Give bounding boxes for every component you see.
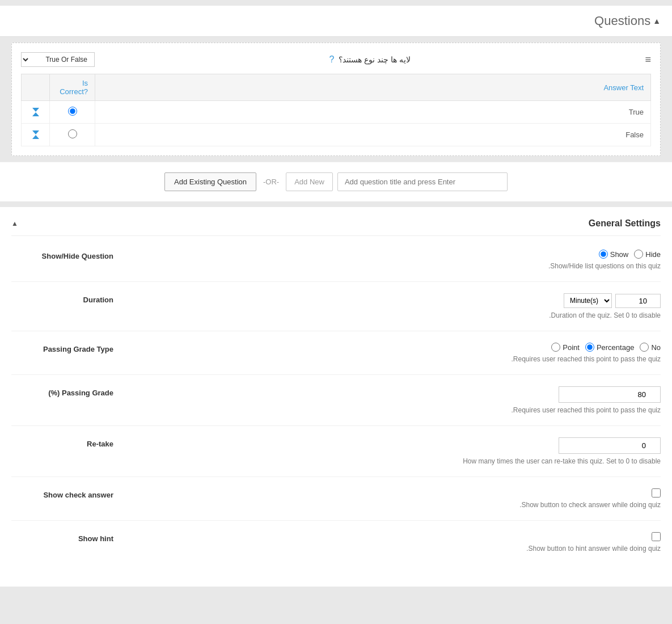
col-answer-header: Answer Text	[95, 74, 651, 101]
duration-input-row: Minute(s) Hour(s)	[564, 293, 661, 308]
no-option[interactable]: No	[640, 343, 661, 352]
show-check-answer-row: Show check answer Show button to check a…	[11, 488, 661, 521]
duration-value-input[interactable]	[615, 294, 661, 308]
passing-grade-row: (%) Passing Grade Requires user reached …	[11, 386, 661, 426]
hide-option[interactable]: Hide	[634, 250, 661, 259]
point-option[interactable]: Point	[551, 343, 580, 352]
percentage-label: Percentage	[597, 343, 635, 352]
question-title-input[interactable]	[337, 172, 508, 191]
row2-actions	[22, 124, 50, 146]
duration-row: Duration Minute(s) Hour(s) Duration of t…	[11, 293, 661, 331]
show-hide-radio-group: Hide Show	[599, 250, 661, 259]
title-arrow-icon: ▲	[653, 16, 661, 26]
percentage-option[interactable]: Percentage	[585, 343, 635, 352]
questions-title-text: Questions	[594, 14, 650, 28]
question-text: لایه ها چند نوع هستند؟	[339, 55, 411, 64]
table-row: True	[22, 101, 651, 124]
answer-table: Is Correct? Answer Text True	[21, 74, 651, 146]
show-check-answer-checkbox[interactable]	[652, 488, 661, 497]
retake-row: Re-take How many times the user can re-t…	[11, 437, 661, 477]
passing-grade-label: (%) Passing Grade	[11, 386, 113, 397]
hide-label: Hide	[645, 250, 661, 259]
show-check-answer-description: Show button to check answer while doing …	[519, 501, 661, 509]
retake-input[interactable]	[559, 437, 661, 454]
table-row: False	[22, 124, 651, 146]
question-card: ≡ لایه ها چند نوع هستند؟ ? True Or False…	[11, 43, 661, 156]
no-label: No	[651, 343, 661, 352]
arrow-down-1[interactable]	[32, 108, 39, 112]
help-icon[interactable]: ?	[329, 54, 335, 65]
passing-grade-type-controls: No Percentage Point Requires user reache…	[113, 343, 661, 363]
show-hide-description: Show/Hide list questions on this quiz.	[548, 262, 661, 270]
or-separator: -OR-	[261, 178, 281, 186]
col-actions-header	[22, 74, 50, 101]
collapse-arrow-icon[interactable]: ▲	[11, 220, 18, 227]
duration-controls: Minute(s) Hour(s) Duration of the quiz. …	[113, 293, 661, 319]
show-hide-label: Show/Hide Question	[11, 250, 113, 260]
settings-title: General Settings	[589, 218, 661, 229]
questions-header: Questions ▲	[0, 6, 672, 37]
passing-grade-description: Requires user reached this point to pass…	[512, 406, 661, 414]
radio-percentage[interactable]	[585, 343, 594, 352]
show-hide-controls: Hide Show Show/Hide list questions on th…	[113, 250, 661, 270]
duration-description: Duration of the quiz. Set 0 to disable.	[549, 311, 661, 319]
row1-text: True	[95, 101, 651, 124]
show-hint-controls: Show button to hint answer while doing q…	[113, 532, 661, 553]
show-check-answer-label: Show check answer	[11, 488, 113, 499]
arrow-down-2[interactable]	[32, 130, 39, 134]
show-hint-row: Show hint Show button to hint answer whi…	[11, 532, 661, 564]
duration-unit-select[interactable]: Minute(s) Hour(s)	[564, 293, 612, 308]
show-hint-checkbox[interactable]	[652, 532, 661, 541]
add-question-bar: Add Existing Question -OR- Add New	[0, 162, 672, 201]
passing-grade-type-radio-group: No Percentage Point	[551, 343, 661, 352]
arrow-up-1[interactable]	[32, 112, 39, 116]
show-option[interactable]: Show	[599, 250, 629, 259]
radio-show[interactable]	[599, 250, 608, 259]
move-arrows-2	[28, 130, 43, 139]
row2-correct	[50, 124, 95, 146]
passing-grade-controls: Requires user reached this point to pass…	[113, 386, 661, 414]
show-label: Show	[610, 250, 629, 259]
move-arrows-1	[28, 108, 43, 116]
menu-icon[interactable]: ≡	[645, 54, 651, 66]
question-type-select[interactable]: True Or False Multiple Choice Short Answ…	[21, 52, 95, 67]
retake-controls: How many times the user can re-take this…	[113, 437, 661, 465]
radio-true[interactable]	[68, 107, 77, 116]
show-hint-label: Show hint	[11, 532, 113, 543]
radio-false[interactable]	[68, 129, 77, 138]
radio-no[interactable]	[640, 343, 649, 352]
page-title: Questions ▲	[594, 14, 661, 28]
question-card-header: ≡ لایه ها چند نوع هستند؟ ? True Or False…	[21, 52, 651, 67]
col-correct-header: Is Correct?	[50, 74, 95, 101]
radio-point[interactable]	[551, 343, 560, 352]
show-check-answer-controls: Show button to check answer while doing …	[113, 488, 661, 509]
row1-actions	[22, 101, 50, 124]
passing-grade-type-label: Passing Grade Type	[11, 343, 113, 353]
arrow-up-2[interactable]	[32, 135, 39, 139]
show-hide-row: Show/Hide Question Hide Show Show/Hide l…	[11, 250, 661, 282]
show-hint-description: Show button to hint answer while doing q…	[526, 545, 661, 553]
passing-grade-type-row: Passing Grade Type No Percentage Point	[11, 343, 661, 375]
passing-grade-input[interactable]	[559, 386, 661, 403]
radio-hide[interactable]	[634, 250, 643, 259]
retake-label: Re-take	[11, 437, 113, 448]
add-new-button[interactable]: Add New	[286, 172, 333, 191]
row1-correct	[50, 101, 95, 124]
duration-label: Duration	[11, 293, 113, 304]
row2-text: False	[95, 124, 651, 146]
general-settings-section: ▲ General Settings Show/Hide Question Hi…	[0, 207, 672, 587]
passing-grade-type-description: Requires user reached this point to pass…	[512, 355, 661, 363]
table-header-row: Is Correct? Answer Text	[22, 74, 651, 101]
retake-description: How many times the user can re-take this…	[463, 457, 661, 465]
point-label: Point	[563, 343, 580, 352]
page-wrapper: Questions ▲ ≡ لایه ها چند نوع هستند؟ ? T…	[0, 0, 672, 592]
add-existing-button[interactable]: Add Existing Question	[164, 172, 256, 191]
settings-header: ▲ General Settings	[11, 218, 661, 236]
